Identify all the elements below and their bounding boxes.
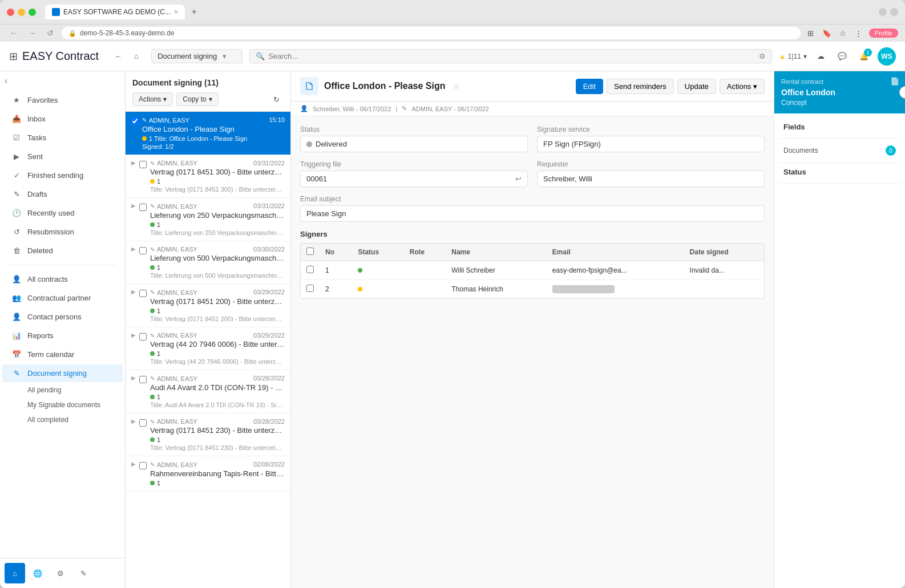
bottom-sign-button[interactable]: ✎: [73, 563, 94, 583]
chat-icon[interactable]: 💬: [834, 48, 850, 64]
status-dot: [150, 481, 155, 485]
list-item-checkbox[interactable]: [131, 117, 139, 125]
sidebar-item-contact-persons[interactable]: 👤 Contact persons: [2, 308, 123, 326]
profile-button[interactable]: Profile: [869, 29, 898, 38]
nav-back-icon[interactable]: ←: [110, 48, 126, 64]
list-item-checkbox[interactable]: [139, 462, 147, 469]
status-dot: [142, 136, 147, 141]
grid-icon[interactable]: ⊞: [9, 50, 18, 63]
traffic-light-yellow[interactable]: [18, 9, 25, 16]
list-actions-button[interactable]: Actions ▾: [132, 92, 173, 106]
sidebar-item-contractual-partner[interactable]: 👥 Contractual partner: [2, 289, 123, 307]
select-all-checkbox[interactable]: [306, 248, 314, 255]
favorite-star-icon[interactable]: ☆: [453, 82, 460, 91]
rp-section-title-fields[interactable]: Fields: [783, 123, 896, 131]
sidebar-item-recently-used[interactable]: 🕐 Recently used: [2, 204, 123, 222]
bottom-home-button[interactable]: ⌂: [5, 563, 25, 583]
signer-checkbox-2[interactable]: [306, 285, 314, 292]
list-copy-to-button[interactable]: Copy to ▾: [176, 92, 218, 106]
sidebar-item-tasks[interactable]: ☑ Tasks: [2, 129, 123, 147]
list-item-checkbox[interactable]: [139, 290, 147, 297]
send-reminders-button[interactable]: Send reminders: [607, 79, 674, 94]
search-input[interactable]: [268, 52, 755, 60]
list-item[interactable]: ▶ ✎ ADMIN, EASY 03/28/2022 Vertrag (0171…: [126, 413, 290, 457]
author-text: ADMIN, EASY: [157, 332, 197, 339]
sidebar-item-term-calendar[interactable]: 📅 Term calendar: [2, 346, 123, 363]
tab-close[interactable]: ×: [174, 8, 178, 16]
list-item-checkbox[interactable]: [139, 204, 147, 211]
browser-tab[interactable]: EASY SOFTWARE AG DEMO (C... ×: [45, 5, 185, 19]
list-item-checkbox[interactable]: [139, 247, 147, 254]
list-item[interactable]: ▶ ✎ ADMIN, EASY 03/31/2022 Lieferung von…: [126, 198, 290, 241]
list-item[interactable]: ▶ ✎ ADMIN, EASY 02/08/2022 Rahmenvereinb…: [126, 456, 290, 492]
bookmark-icon[interactable]: 🔖: [821, 27, 833, 39]
sidebar-item-finished-sending[interactable]: ✓ Finished sending: [2, 167, 123, 184]
list-item[interactable]: ▶ ✎ ADMIN, EASY 03/30/2022 Lieferung von…: [126, 241, 290, 285]
author-text: ADMIN, EASY: [157, 375, 197, 382]
sidebar-item-inbox[interactable]: 📥 Inbox: [2, 110, 123, 128]
filter-icon[interactable]: ⚙: [759, 52, 766, 60]
nav-reload-button[interactable]: ↺: [43, 29, 57, 38]
settings-icon[interactable]: ⋮: [853, 27, 864, 39]
upload-icon[interactable]: ☁: [813, 48, 829, 64]
sidebar-child-all-pending[interactable]: All pending: [2, 383, 123, 397]
sidebar-child-my-signable[interactable]: My Signable documents: [2, 398, 123, 412]
list-item[interactable]: ▶ ✎ ADMIN, EASY 03/29/2022 Vertrag (44 2…: [126, 327, 290, 371]
traffic-light-green[interactable]: [29, 9, 36, 16]
signer-checkbox[interactable]: [301, 261, 320, 280]
edit-button[interactable]: Edit: [576, 79, 603, 94]
sidebar-item-deleted[interactable]: 🗑 Deleted: [2, 242, 123, 259]
sidebar-item-document-signing[interactable]: ✎ Document signing: [2, 364, 123, 382]
list-item[interactable]: ▶ ✎ ADMIN, EASY 03/28/2022 Audi A4 Avant…: [126, 370, 290, 413]
list-item-checkbox[interactable]: [139, 419, 147, 427]
list-item-checkbox[interactable]: [139, 333, 147, 340]
list-item-checkbox[interactable]: [139, 161, 147, 168]
sidebar-item-sent[interactable]: ▶ Sent: [2, 148, 123, 165]
nav-forward-button[interactable]: →: [25, 29, 39, 38]
window-btn[interactable]: [879, 8, 887, 16]
signer-checkbox-1[interactable]: [306, 266, 314, 273]
expand-arrow[interactable]: ▶: [131, 418, 136, 424]
list-refresh-button[interactable]: ↻: [269, 92, 284, 107]
sidebar-item-reports[interactable]: 📊 Reports: [2, 327, 123, 344]
sidebar-child-all-completed[interactable]: All completed: [2, 413, 123, 427]
sidebar-collapse-button[interactable]: ‹: [0, 71, 125, 91]
star-icon[interactable]: ☆: [837, 27, 849, 39]
extension-icon[interactable]: ⊞: [805, 27, 817, 39]
window-btn[interactable]: [890, 8, 898, 16]
address-bar[interactable]: 🔒 demo-5-28-45-3.easy-demo.de: [62, 27, 801, 39]
actions-button[interactable]: Actions ▾: [720, 79, 765, 94]
rp-documents-label[interactable]: Documents: [783, 147, 818, 155]
bottom-globe-button[interactable]: 🌐: [27, 563, 48, 583]
rp-section-title-status[interactable]: Status: [783, 168, 896, 176]
expand-arrow[interactable]: ▶: [131, 332, 136, 338]
traffic-light-red[interactable]: [7, 9, 14, 16]
sidebar-item-favorites[interactable]: ★ Favorites: [2, 91, 123, 109]
nav-back-button[interactable]: ←: [7, 29, 21, 38]
module-dropdown[interactable]: Document signing ▾: [151, 49, 243, 63]
bottom-settings-button[interactable]: ⚙: [50, 563, 71, 583]
traffic-expand[interactable]: ▾: [803, 52, 807, 60]
sidebar-item-resubmission[interactable]: ↺ Resubmission: [2, 223, 123, 241]
list-item-checkbox[interactable]: [139, 376, 147, 383]
sidebar-item-drafts[interactable]: ✎ Drafts: [2, 185, 123, 203]
new-tab-button[interactable]: +: [187, 5, 201, 19]
right-panel-nav-button[interactable]: ›: [899, 86, 905, 99]
update-button[interactable]: Update: [677, 79, 716, 94]
list-item[interactable]: ✎ ADMIN, EASY 15:10 Office London - Plea…: [126, 112, 290, 155]
expand-arrow[interactable]: ▶: [131, 160, 136, 166]
link-icon[interactable]: ↩: [515, 175, 522, 183]
user-avatar[interactable]: WS: [878, 47, 896, 66]
collapse-icon[interactable]: ‹: [5, 76, 7, 86]
signer-checkbox[interactable]: [301, 280, 320, 299]
list-item[interactable]: ▶ ✎ ADMIN, EASY 03/31/2022 Vertrag (0171…: [126, 155, 290, 198]
list-item[interactable]: ▶ ✎ ADMIN, EASY 03/29/2022 Vertrag (0171…: [126, 284, 290, 327]
expand-arrow[interactable]: ▶: [131, 375, 136, 381]
expand-arrow[interactable]: ▶: [131, 202, 136, 209]
expand-arrow[interactable]: ▶: [131, 246, 136, 252]
nav-home-icon[interactable]: ⌂: [128, 48, 144, 64]
expand-arrow[interactable]: ▶: [131, 289, 136, 295]
notification-icon[interactable]: 🔔 1: [856, 48, 872, 64]
expand-arrow[interactable]: ▶: [131, 461, 136, 467]
sidebar-item-all-contracts[interactable]: 👤 All contracts: [2, 270, 123, 288]
